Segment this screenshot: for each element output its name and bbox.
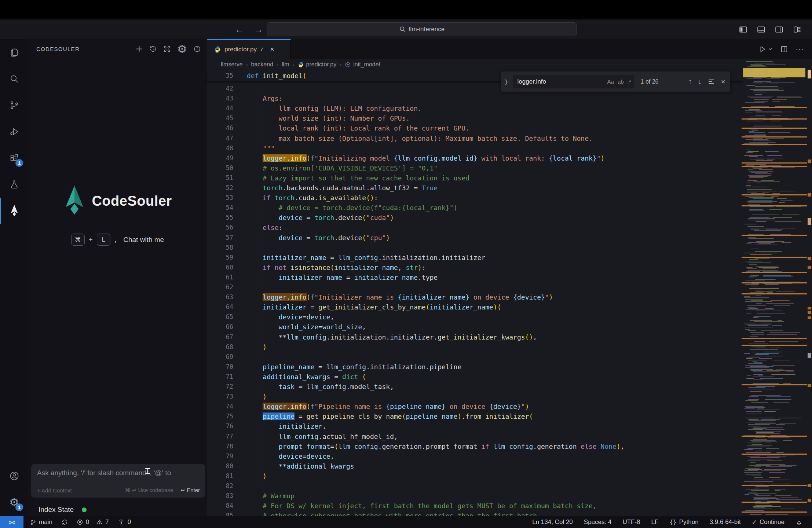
code-line[interactable]: 66 world_size=world_size, <box>207 322 742 332</box>
enter-button[interactable]: ↵ Enter <box>180 487 200 494</box>
line-number[interactable]: 59 <box>207 253 233 263</box>
code-line[interactable]: 46 local_rank (int): Local rank of the c… <box>207 123 742 133</box>
find-previous-icon[interactable]: ↑ <box>688 78 692 86</box>
code-line[interactable]: 56 else: <box>207 223 742 233</box>
remote-indicator[interactable]: >< <box>0 516 23 528</box>
status-item-main[interactable]: main <box>30 518 52 526</box>
code-line[interactable]: 80 **additional_kwargs <box>207 461 742 472</box>
code-line[interactable]: 74 logger.info(f"Pipeline name is {pipel… <box>207 402 742 412</box>
line-number[interactable]: 71 <box>207 372 233 382</box>
breadcrumb-item[interactable]: llm <box>282 61 289 68</box>
status-item-3-9-6-64-bit[interactable]: 3.9.6 64-bit <box>710 518 741 526</box>
line-number[interactable]: 68 <box>207 342 233 352</box>
code-line[interactable]: 65 device=device, <box>207 312 742 322</box>
line-number[interactable]: 61 <box>207 272 233 283</box>
activity-item-settings[interactable]: ⚙1 <box>0 489 28 516</box>
code-line[interactable]: 43 Args: <box>207 94 742 104</box>
line-number[interactable]: 46 <box>207 123 233 133</box>
whole-word-toggle[interactable]: ab <box>618 78 624 85</box>
chat-input[interactable]: Ask anything, '/' for slash commands, '@… <box>31 464 205 498</box>
code-line[interactable]: 52 torch.backends.cuda.matmul.allow_tf32… <box>207 183 742 193</box>
nav-back-icon[interactable]: ← <box>235 24 244 35</box>
code-line[interactable]: 68 ) <box>207 342 742 352</box>
line-number[interactable]: 45 <box>207 113 233 124</box>
line-number[interactable]: 55 <box>207 213 233 223</box>
line-number[interactable]: 70 <box>207 362 233 372</box>
code-line[interactable]: 77 llm_config.actual_hf_model_id, <box>207 432 742 442</box>
line-number[interactable]: 43 <box>207 94 233 104</box>
status-item-spaces-4[interactable]: Spaces: 4 <box>584 518 612 526</box>
line-number[interactable]: 63 <box>207 292 233 302</box>
status-item-utf-8[interactable]: UTF-8 <box>622 518 640 526</box>
code-line[interactable]: 83 # Warmup <box>207 491 742 501</box>
line-number[interactable]: 47 <box>207 133 233 144</box>
activity-item-explorer[interactable] <box>0 39 28 66</box>
code-line[interactable]: 61 initializer_name = initializer_name.t… <box>207 272 742 283</box>
line-number[interactable]: 42 <box>207 84 233 94</box>
line-number[interactable]: 50 <box>207 163 233 173</box>
more-actions-icon[interactable]: ⋯ <box>795 44 804 54</box>
code-line[interactable]: 55 device = torch.device("cuda") <box>207 213 742 223</box>
activity-item-codesouler[interactable] <box>0 198 28 224</box>
status-item-ln-134-col-20[interactable]: Ln 134, Col 20 <box>532 518 573 526</box>
line-number[interactable]: 58 <box>207 243 233 253</box>
code-line[interactable]: 63 logger.info(f"Initializer name is {in… <box>207 292 742 302</box>
code-line[interactable]: 58 <box>207 243 742 253</box>
code-line[interactable]: 62 <box>207 282 742 293</box>
code-line[interactable]: 79 device=device, <box>207 451 742 462</box>
code-line[interactable]: 53 if torch.cuda.is_available(): <box>207 193 742 203</box>
line-number[interactable]: 67 <box>207 332 233 342</box>
status-item-lf[interactable]: LF <box>651 518 659 526</box>
tab-close-icon[interactable]: × <box>270 45 274 54</box>
find-input[interactable]: logger.info Aa ab .* <box>513 75 634 88</box>
line-number[interactable]: 54 <box>207 203 233 213</box>
toggle-primary-sidebar-icon[interactable] <box>739 25 748 34</box>
line-number[interactable]: 56 <box>207 223 233 233</box>
code-line[interactable]: 44 llm_config (LLM): LLM configuration. <box>207 103 742 114</box>
code-viewport[interactable]: 4243 Args:44 llm_config (LLM): LLM confi… <box>207 81 742 516</box>
minimap[interactable] <box>742 60 807 516</box>
line-number[interactable]: 75 <box>207 411 233 422</box>
use-codebase-button[interactable]: ⌘ ↵ Use codebase <box>125 487 173 494</box>
line-number[interactable]: 65 <box>207 312 233 322</box>
code-line[interactable]: 67 **llm_config.initialization.initializ… <box>207 332 742 342</box>
line-number[interactable]: 51 <box>207 173 233 183</box>
line-number[interactable]: 48 <box>207 143 233 154</box>
line-number[interactable]: 83 <box>207 491 233 501</box>
add-icon[interactable] <box>135 45 143 53</box>
regex-toggle[interactable]: .* <box>628 78 631 85</box>
code-line[interactable]: 76 initializer, <box>207 421 742 432</box>
split-editor-icon[interactable] <box>780 45 788 53</box>
match-case-toggle[interactable]: Aa <box>607 78 614 85</box>
find-expand-chevron-icon[interactable]: ❭ <box>504 78 509 85</box>
status-item-0[interactable]: 0 <box>118 518 131 526</box>
code-line[interactable]: 69 <box>207 352 742 362</box>
code-line[interactable]: 84 # For DS w/ kernel inject, first batc… <box>207 501 742 511</box>
breadcrumb-item[interactable]: backend <box>251 61 274 68</box>
command-center-search[interactable]: llm-inference <box>267 22 577 36</box>
find-close-icon[interactable]: × <box>721 78 725 86</box>
line-number[interactable]: 76 <box>207 421 233 432</box>
line-number[interactable]: 69 <box>207 352 233 362</box>
line-number[interactable]: 44 <box>207 103 233 114</box>
code-line[interactable]: 82 <box>207 481 742 491</box>
code-line[interactable]: 64 initializer = get_initializer_cls_by_… <box>207 302 742 312</box>
breadcrumb-item[interactable]: llmserve <box>221 61 243 68</box>
tab-predictor-py[interactable]: predictor.py 7 × <box>207 39 291 59</box>
activity-item-search[interactable] <box>0 66 28 92</box>
breadcrumb-item[interactable]: predictor.py <box>298 61 337 68</box>
line-number[interactable]: 78 <box>207 441 233 452</box>
overview-ruler[interactable] <box>807 39 812 516</box>
line-number[interactable]: 72 <box>207 382 233 392</box>
line-number[interactable]: 64 <box>207 302 233 312</box>
code-line[interactable]: 47 max_batch_size (Optional[int], option… <box>207 133 742 144</box>
activity-item-run-debug[interactable] <box>0 118 28 145</box>
line-number[interactable]: 79 <box>207 451 233 462</box>
find-next-icon[interactable]: ↓ <box>698 78 702 86</box>
status-item-continue[interactable]: ✓Continue <box>752 518 784 526</box>
activity-item-testing[interactable] <box>0 171 28 198</box>
line-number[interactable]: 74 <box>207 402 233 412</box>
line-number[interactable]: 52 <box>207 183 233 193</box>
code-line[interactable]: 49 logger.info(f"Initializing model {llm… <box>207 153 742 164</box>
line-number[interactable]: 84 <box>207 501 233 511</box>
